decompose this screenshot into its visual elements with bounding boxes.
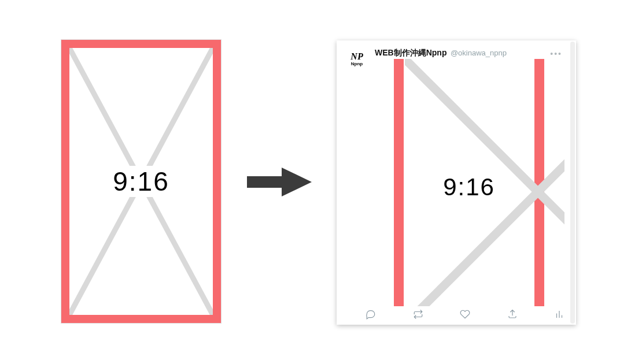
source-image-9-16: 9:16 — [61, 39, 222, 324]
avatar-logo: NP — [350, 53, 363, 61]
tweet-card: NP Npnp WEB制作沖縄Npnp @okinawa_npnp ••• 9:… — [337, 40, 576, 325]
aspect-ratio-label: 9:16 — [440, 173, 499, 201]
svg-marker-2 — [247, 168, 312, 196]
avatar-brand: Npnp — [351, 61, 363, 66]
red-bar-left — [394, 59, 404, 306]
handle[interactable]: @okinawa_npnp — [451, 49, 507, 57]
tweet-names: WEB制作沖縄Npnp @okinawa_npnp — [375, 47, 507, 58]
source-image-inner: 9:16 — [69, 48, 213, 315]
tweet-actions — [366, 307, 564, 321]
media-cropped-image: 9:16 — [394, 59, 544, 306]
analytics-icon[interactable] — [554, 309, 564, 320]
share-icon[interactable] — [507, 309, 518, 320]
retweet-icon[interactable] — [413, 309, 423, 320]
scrollbar[interactable] — [570, 42, 575, 324]
diagram-canvas: 9:16 NP Npnp WEB制作沖縄Npnp @okinawa_npnp •… — [0, 0, 631, 364]
tweet-media[interactable]: 9:16 — [374, 59, 564, 306]
reply-icon[interactable] — [366, 309, 376, 320]
avatar[interactable]: NP Npnp — [345, 47, 369, 72]
more-icon[interactable]: ••• — [550, 49, 562, 58]
aspect-ratio-label: 9:16 — [108, 166, 174, 197]
display-name[interactable]: WEB制作沖縄Npnp — [375, 48, 447, 57]
arrow-right-icon — [247, 168, 312, 196]
like-icon[interactable] — [460, 309, 470, 320]
